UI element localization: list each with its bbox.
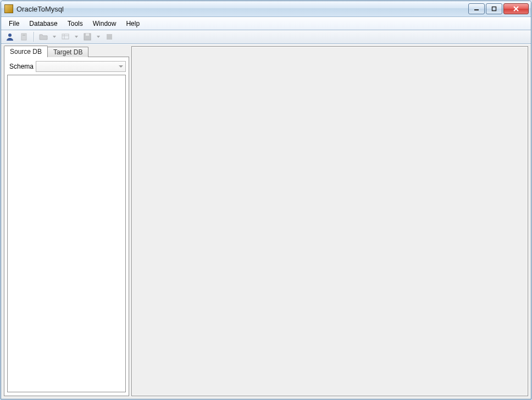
toolbar-run-button[interactable] (103, 31, 116, 43)
tab-label: Source DB (10, 48, 42, 55)
tab-body: Schema (4, 57, 129, 396)
svg-rect-7 (62, 34, 69, 39)
menubar: File Database Tools Window Help (1, 17, 531, 30)
schema-combobox[interactable] (36, 61, 126, 72)
wizard-icon (20, 32, 29, 41)
app-icon (4, 4, 13, 13)
svg-rect-5 (21, 34, 26, 40)
folder-icon (39, 32, 48, 41)
toolbar-wizard-button[interactable] (18, 31, 31, 43)
maximize-icon (491, 6, 497, 12)
run-icon (106, 33, 113, 41)
user-icon (5, 32, 14, 41)
schema-row: Schema (7, 60, 126, 73)
svg-rect-6 (23, 35, 25, 36)
toolbar (1, 30, 531, 44)
query-icon (61, 32, 70, 41)
schema-label: Schema (7, 63, 34, 70)
tab-source-db[interactable]: Source DB (4, 46, 48, 57)
main-panel (131, 46, 528, 396)
menu-tools[interactable]: Tools (63, 19, 87, 29)
toolbar-query-button[interactable] (59, 31, 72, 43)
client-area: Source DB Target DB Schema (1, 44, 531, 399)
menu-help[interactable]: Help (121, 19, 144, 29)
schema-list[interactable] (7, 75, 126, 392)
svg-rect-1 (492, 7, 496, 11)
toolbar-separator (34, 32, 34, 42)
svg-point-4 (8, 34, 12, 37)
menu-file[interactable]: File (4, 19, 24, 29)
toolbar-open-dropdown[interactable] (51, 31, 58, 43)
window-controls (468, 3, 529, 14)
toolbar-save-button[interactable] (81, 31, 94, 43)
svg-rect-11 (86, 34, 89, 36)
save-icon (83, 32, 92, 41)
left-panel: Source DB Target DB Schema (4, 46, 129, 396)
tab-target-db[interactable]: Target DB (47, 47, 88, 57)
db-tabs: Source DB Target DB (4, 46, 129, 57)
minimize-icon (474, 6, 479, 12)
menu-window[interactable]: Window (88, 19, 121, 29)
close-button[interactable] (503, 3, 529, 14)
minimize-button[interactable] (468, 3, 485, 14)
toolbar-open-button[interactable] (37, 31, 50, 43)
svg-rect-12 (107, 34, 112, 40)
app-window: OracleToMysql File Database Tools Window… (1, 1, 531, 399)
window-title: OracleToMysql (16, 5, 64, 13)
toolbar-query-dropdown[interactable] (73, 31, 80, 43)
tab-label: Target DB (53, 48, 82, 56)
chevron-down-icon (119, 65, 123, 68)
maximize-button[interactable] (486, 3, 502, 14)
close-icon (513, 6, 519, 12)
titlebar: OracleToMysql (1, 1, 531, 17)
toolbar-save-dropdown[interactable] (95, 31, 102, 43)
toolbar-connect-button[interactable] (3, 31, 16, 43)
menu-database[interactable]: Database (25, 19, 62, 29)
